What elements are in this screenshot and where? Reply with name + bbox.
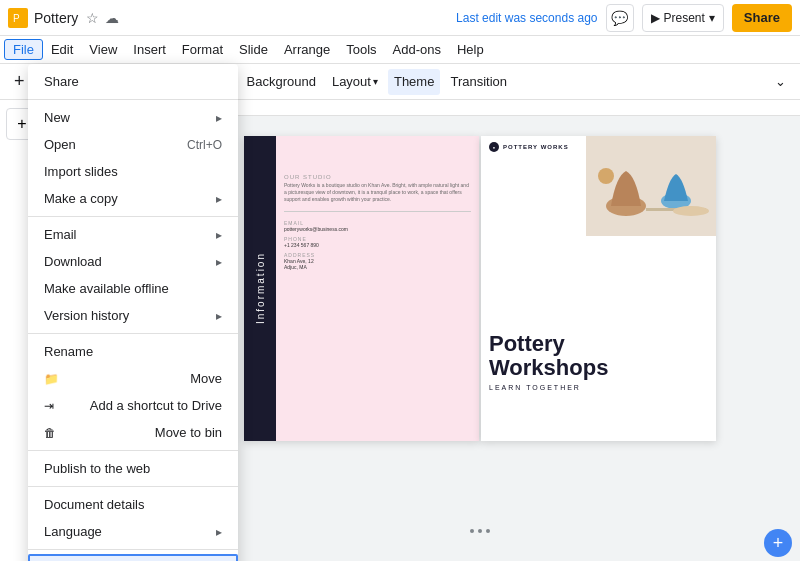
dropdown-import-slides[interactable]: Import slides xyxy=(28,158,238,185)
email-section: EMAIL potteryworks@business.com xyxy=(284,220,471,232)
menu-item-file[interactable]: File xyxy=(4,39,43,60)
scroll-indicator xyxy=(470,529,490,533)
pottery-logo: ● xyxy=(489,142,499,152)
toolbar-collapse-btn[interactable]: ⌄ xyxy=(769,69,792,95)
download-arrow-icon: ▸ xyxy=(216,255,222,269)
file-menu-dropdown: Share New ▸ Open Ctrl+O Import slides Ma… xyxy=(28,64,238,561)
svg-point-13 xyxy=(598,168,614,184)
app-logo: P xyxy=(8,8,28,28)
studio-text: Pottery Works is a boutique studio on Kh… xyxy=(284,182,471,203)
ruler-horizontal xyxy=(160,100,800,116)
dropdown-divider-2 xyxy=(28,216,238,217)
dropdown-rename[interactable]: Rename xyxy=(28,338,238,365)
dropdown-divider-6 xyxy=(28,549,238,550)
title-line1: Pottery Workshops xyxy=(489,332,608,380)
canvas-scroll: Information OUR STUDIO Pottery Works is … xyxy=(160,116,800,561)
canvas-area: Information OUR STUDIO Pottery Works is … xyxy=(160,100,800,561)
brand-name: POTTERY WORKS xyxy=(503,144,569,150)
cloud-save-icon[interactable]: ☁ xyxy=(105,10,119,26)
shortcut-icon: ⇥ xyxy=(44,399,54,413)
layout-chevron-icon: ▾ xyxy=(373,76,378,87)
dropdown-make-copy[interactable]: Make a copy ▸ xyxy=(28,185,238,212)
menu-item-help[interactable]: Help xyxy=(449,40,492,59)
language-arrow-icon: ▸ xyxy=(216,525,222,539)
divider-1 xyxy=(284,211,471,212)
title-bar-right: Last edit was seconds ago 💬 ▶ Present ▾ … xyxy=(456,4,792,32)
toolbar-transition-btn[interactable]: Transition xyxy=(444,69,513,95)
dropdown-divider-4 xyxy=(28,450,238,451)
dropdown-move[interactable]: 📁 Move xyxy=(28,365,238,392)
star-icon[interactable]: ☆ xyxy=(86,10,99,26)
dropdown-divider-5 xyxy=(28,486,238,487)
new-arrow-icon: ▸ xyxy=(216,111,222,125)
toolbar-theme-btn[interactable]: Theme xyxy=(388,69,440,95)
dropdown-language[interactable]: Language ▸ xyxy=(28,518,238,545)
phone-section: PHONE +1 234 567 890 xyxy=(284,236,471,248)
menu-item-arrange[interactable]: Arrange xyxy=(276,40,338,59)
dropdown-version-history[interactable]: Version history ▸ xyxy=(28,302,238,329)
studio-section: OUR STUDIO Pottery Works is a boutique s… xyxy=(284,174,471,203)
pottery-image-visual xyxy=(586,136,716,236)
dropdown-share[interactable]: Share xyxy=(28,68,238,95)
present-icon: ▶ xyxy=(651,11,660,25)
address-value2: Adjuc, MA xyxy=(284,264,471,270)
menu-item-format[interactable]: Format xyxy=(174,40,231,59)
menu-bar: File Edit View Insert Format Slide Arran… xyxy=(0,36,800,64)
dropdown-make-offline[interactable]: Make available offline xyxy=(28,275,238,302)
chat-icon: 💬 xyxy=(611,10,628,26)
scroll-dot-3 xyxy=(486,529,490,533)
menu-item-tools[interactable]: Tools xyxy=(338,40,384,59)
menu-item-insert[interactable]: Insert xyxy=(125,40,174,59)
svg-text:P: P xyxy=(13,13,20,24)
present-chevron-icon: ▾ xyxy=(709,11,715,25)
share-button[interactable]: Share xyxy=(732,4,792,32)
dropdown-doc-details[interactable]: Document details xyxy=(28,491,238,518)
pottery-image xyxy=(586,136,716,236)
dropdown-open[interactable]: Open Ctrl+O xyxy=(28,131,238,158)
scroll-dot-2 xyxy=(478,529,482,533)
chat-button[interactable]: 💬 xyxy=(606,4,634,32)
subtitle: LEARN TOGETHER xyxy=(489,384,608,391)
slide-page-right[interactable]: ● POTTERY WORKS Pottery Workshops LEARN … xyxy=(481,136,716,441)
menu-item-view[interactable]: View xyxy=(81,40,125,59)
menu-item-edit[interactable]: Edit xyxy=(43,40,81,59)
pottery-scene-svg xyxy=(586,136,716,236)
toolbar-right: ⌄ xyxy=(769,69,792,95)
scroll-dot-1 xyxy=(470,529,474,533)
dropdown-move-to-bin[interactable]: 🗑 Move to bin xyxy=(28,419,238,446)
slide-page-left[interactable]: Information OUR STUDIO Pottery Works is … xyxy=(244,136,479,441)
slide-title-block: Pottery Workshops LEARN TOGETHER xyxy=(489,332,608,391)
document-title: Pottery xyxy=(34,10,78,26)
trash-icon: 🗑 xyxy=(44,426,56,440)
dropdown-publish[interactable]: Publish to the web xyxy=(28,455,238,482)
last-edit-label: Last edit was seconds ago xyxy=(456,11,597,25)
address-section: ADDRESS Khan Ave, 12 Adjuc, MA xyxy=(284,252,471,270)
dropdown-download[interactable]: Download ▸ xyxy=(28,248,238,275)
slide-left-inner: Information OUR STUDIO Pottery Works is … xyxy=(244,136,479,441)
copy-arrow-icon: ▸ xyxy=(216,192,222,206)
studio-title: OUR STUDIO xyxy=(284,174,471,180)
menu-item-slide[interactable]: Slide xyxy=(231,40,276,59)
bottom-expand-btn[interactable]: + xyxy=(764,529,792,557)
toolbar-layout-btn[interactable]: Layout ▾ xyxy=(326,69,384,95)
dropdown-email[interactable]: Email ▸ xyxy=(28,221,238,248)
title-bar: P Pottery ☆ ☁ Last edit was seconds ago … xyxy=(0,0,800,36)
side-tab: Information xyxy=(244,136,276,441)
phone-value: +1 234 567 890 xyxy=(284,242,471,248)
dropdown-page-setup[interactable]: Page setup xyxy=(28,554,238,561)
side-tab-text: Information xyxy=(255,252,266,324)
svg-rect-10 xyxy=(586,136,716,236)
slide-container: Information OUR STUDIO Pottery Works is … xyxy=(244,136,716,441)
layout-label: Layout xyxy=(332,74,371,89)
dropdown-new[interactable]: New ▸ xyxy=(28,104,238,131)
dropdown-add-shortcut[interactable]: ⇥ Add a shortcut to Drive xyxy=(28,392,238,419)
present-button[interactable]: ▶ Present ▾ xyxy=(642,4,724,32)
svg-point-15 xyxy=(673,206,709,216)
slide-right-inner: ● POTTERY WORKS Pottery Workshops LEARN … xyxy=(481,136,716,441)
toolbar-background-btn[interactable]: Background xyxy=(241,69,322,95)
dropdown-divider-1 xyxy=(28,99,238,100)
dropdown-divider-3 xyxy=(28,333,238,334)
menu-item-addons[interactable]: Add-ons xyxy=(385,40,449,59)
title-icons: ☆ ☁ xyxy=(86,10,119,26)
slide-left-content: OUR STUDIO Pottery Works is a boutique s… xyxy=(276,136,479,441)
